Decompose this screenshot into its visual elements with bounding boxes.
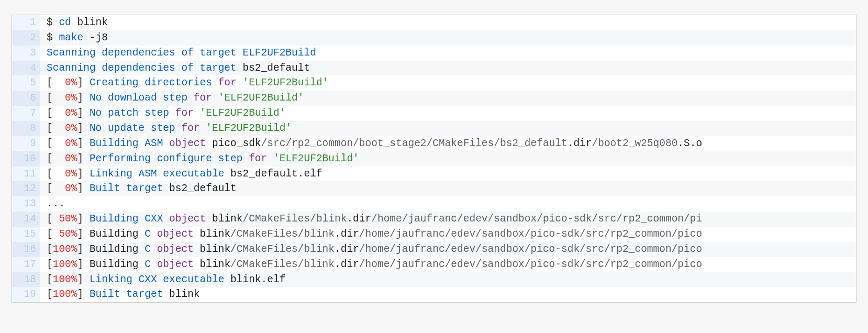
code-line: 10[ 0%] Performing configure step for 'E… [12, 151, 856, 167]
line-number: 8 [12, 121, 40, 136]
token: ] [77, 213, 90, 225]
token: /CMakeFiles/blink [242, 213, 347, 225]
token: 0% [65, 153, 77, 164]
code-line: 9[ 0%] Building ASM object pico_sdk/src/… [12, 136, 856, 151]
token: .dir [335, 228, 359, 240]
code-line: 12[ 0%] Built target bs2_default [12, 181, 856, 196]
token: ] [77, 153, 90, 164]
token: /boot2_w25q080 [592, 138, 678, 149]
token: [ [47, 168, 65, 180]
token: ] [77, 92, 90, 104]
token: Performing configure step [90, 153, 249, 164]
line-content: [ 0%] Performing configure step for 'ELF… [40, 151, 856, 167]
token: [ [47, 107, 65, 119]
token: 0% [65, 92, 77, 104]
token: 0% [65, 123, 77, 134]
line-number: 16 [12, 242, 40, 257]
token: ] Building [77, 259, 145, 270]
code-line: 13... [12, 196, 856, 212]
code-line: 2$ make -j8 [12, 30, 856, 46]
token: /src/rp2_common/boot_stage2/CMakeFiles/b… [261, 138, 567, 149]
line-content: [ 0%] No patch step for 'ELF2UF2Build' [40, 106, 856, 121]
code-block: 1$ cd blink2$ make -j83Scanning dependen… [12, 15, 856, 303]
token: [ [47, 138, 65, 149]
code-line: 11[ 0%] Linking ASM executable bs2_defau… [12, 167, 856, 182]
code-line: 19[100%] Built target blink [12, 287, 856, 302]
token: object [157, 228, 194, 240]
line-content: [ 0%] Creating directories for 'ELF2UF2B… [40, 75, 856, 91]
token: $ [47, 17, 59, 28]
token: .dir [335, 259, 359, 270]
token: 50% [59, 213, 77, 225]
code-line: 3Scanning dependencies of target ELF2UF2… [12, 46, 856, 61]
token: 0% [65, 168, 77, 180]
token: object [169, 213, 206, 225]
token: [ [47, 213, 59, 225]
token: cd [59, 17, 71, 28]
line-content: [100%] Building C object blink/CMakeFile… [40, 242, 856, 257]
token: ] [77, 107, 90, 119]
token [194, 107, 200, 119]
token: for [175, 107, 194, 119]
token: [ [47, 92, 65, 104]
line-number: 9 [12, 136, 40, 151]
token: 'ELF2UF2Build' [218, 92, 304, 104]
line-number: 2 [12, 30, 40, 46]
line-content: [100%] Building C object blink/CMakeFile… [40, 257, 856, 272]
token: 0% [65, 107, 77, 119]
token: .dir [335, 243, 359, 255]
token: 'ELF2UF2Build' [273, 153, 359, 164]
token: ] Building [77, 243, 145, 255]
token: C [144, 259, 151, 270]
line-number: 18 [12, 272, 40, 287]
token: object [157, 259, 194, 270]
token: pico_sdk [206, 138, 261, 149]
code-line: 1$ cd blink [12, 15, 856, 30]
token: Built target [90, 183, 169, 194]
token: Scanning dependencies of target ELF2UF2B… [47, 47, 316, 59]
code-line: 7[ 0%] No patch step for 'ELF2UF2Build' [12, 106, 856, 121]
line-number: 13 [12, 196, 40, 212]
line-number: 3 [12, 46, 40, 61]
token: /home/jaufranc/edev/sandbox/pico-sdk/src… [371, 213, 702, 225]
line-number: 14 [12, 212, 40, 227]
token: /home/jaufranc/edev/sandbox/pico-sdk/src… [359, 259, 702, 270]
token: [ [47, 77, 65, 88]
token: ... [47, 198, 65, 209]
token: blink [169, 288, 200, 300]
token: [ [47, 153, 65, 164]
token: /CMakeFiles/blink [230, 243, 335, 255]
line-number: 12 [12, 181, 40, 196]
token: $ [47, 32, 59, 43]
token: ] [77, 274, 90, 285]
token: C [144, 243, 151, 255]
token: .dir [567, 138, 592, 149]
token: for [218, 77, 237, 88]
token: 50% [59, 228, 77, 240]
code-line: 16[100%] Building C object blink/CMakeFi… [12, 242, 856, 257]
token: [ [47, 123, 65, 134]
token: [ [47, 228, 59, 240]
token: /home/jaufranc/edev/sandbox/pico-sdk/src… [359, 228, 702, 240]
token: Linking CXX executable [90, 274, 230, 285]
line-content: [ 0%] Built target bs2_default [40, 181, 856, 196]
token: 'ELF2UF2Build' [242, 77, 328, 88]
token: Creating directories [90, 77, 218, 88]
token: 'ELF2UF2Build' [206, 123, 292, 134]
token: 100% [53, 288, 77, 300]
token: /CMakeFiles/blink [230, 228, 335, 240]
line-number: 19 [12, 287, 40, 302]
line-number: 7 [12, 106, 40, 121]
token: blink [194, 243, 230, 255]
token: bs2_default [169, 183, 237, 194]
token: -j8 [83, 32, 108, 43]
token: make [59, 32, 83, 43]
code-line: 8[ 0%] No update step for 'ELF2UF2Build' [12, 121, 856, 136]
token: blink.elf [230, 274, 285, 285]
token [151, 259, 157, 270]
token: 0% [65, 138, 77, 149]
token: 100% [53, 274, 77, 285]
token: /CMakeFiles/blink [230, 259, 335, 270]
token: ] [77, 77, 90, 88]
token: Building CXX [90, 213, 169, 225]
